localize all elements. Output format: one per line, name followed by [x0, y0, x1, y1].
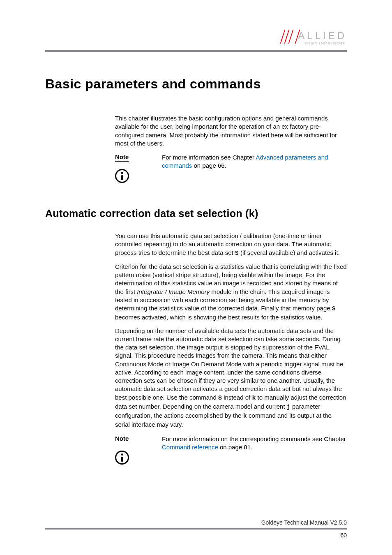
page-number: 60 [45, 532, 347, 539]
heading-auto-correction: Automatic correction data set selection … [45, 208, 347, 220]
footer-rule [45, 528, 347, 530]
note-block-1: Note For more information see Chapter Ad… [115, 153, 347, 183]
footer-title: Goldeye Technical Manual V2.5.0 [45, 519, 347, 526]
note-label: Note [115, 435, 129, 443]
heading-basic-parameters: Basic parameters and commands [45, 76, 347, 92]
note2-post: on page 81. [218, 444, 252, 451]
code-S: S [218, 395, 222, 402]
logo-stripes-icon [282, 30, 295, 45]
intro-text: This chapter illustrates the basic confi… [115, 114, 347, 148]
link-command-reference[interactable]: Command reference [162, 444, 218, 451]
para-2: Criterion for the data set selection is … [115, 263, 347, 322]
section-body: You can use this automatic data set sele… [115, 232, 347, 429]
para-3: Depending on the number of available dat… [115, 327, 347, 429]
intro-paragraph: This chapter illustrates the basic confi… [115, 114, 347, 148]
para-1: You can use this automatic data set sele… [115, 232, 347, 258]
italic-integrator: Integrator / Image Memory [137, 288, 210, 295]
info-icon [115, 169, 129, 183]
page: ALLIED Vision Technologies Basic paramet… [0, 0, 392, 555]
note-text: For more information on the correspondin… [162, 435, 347, 465]
brand-logo: ALLIED Vision Technologies [282, 30, 347, 45]
note-block-2: Note For more information on the corresp… [115, 435, 347, 465]
note1-pre: For more information see Chapter [162, 154, 256, 161]
logo-sub: Vision Technologies [304, 42, 347, 45]
note2-pre: For more information on the correspondin… [162, 435, 346, 442]
note-left: Note [115, 153, 152, 183]
logo-main: ALLIED [298, 31, 347, 41]
header-rule [45, 50, 347, 52]
code-j: j [287, 404, 291, 411]
page-footer: Goldeye Technical Manual V2.5.0 60 [45, 519, 347, 539]
note1-post: on page 66. [192, 162, 226, 169]
note-left: Note [115, 435, 152, 465]
note-label: Note [115, 153, 129, 162]
logo-text: ALLIED Vision Technologies [298, 31, 347, 45]
note-text: For more information see Chapter Advance… [162, 153, 347, 183]
info-icon [115, 451, 129, 465]
code-S: S [235, 250, 239, 257]
code-S: S [332, 305, 336, 312]
page-header: ALLIED Vision Technologies [45, 21, 347, 45]
code-k: k [243, 413, 247, 420]
